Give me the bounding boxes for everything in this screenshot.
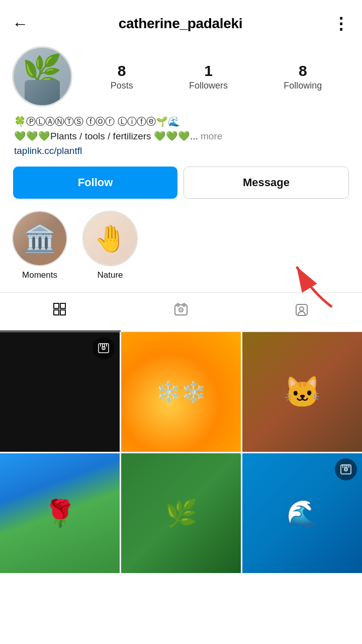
more-options-button[interactable]: ⋮ — [333, 14, 350, 33]
grid-post-1[interactable] — [0, 332, 120, 452]
bio-link[interactable]: taplink.cc/plantfl — [14, 145, 348, 156]
svg-point-11 — [300, 307, 304, 311]
header: ← catherine_padaleki ⋮ — [0, 0, 362, 41]
bio-line2: 💚💚💚Plants / tools / fertilizers 💚💚💚... m… — [14, 129, 348, 144]
reels-badge-1 — [93, 337, 115, 359]
tab-reels[interactable] — [121, 293, 241, 332]
svg-point-14 — [103, 348, 104, 349]
posts-count: 8 — [118, 62, 126, 79]
avatar-image — [14, 48, 71, 105]
follow-button[interactable]: Follow — [13, 167, 177, 199]
following-count: 8 — [299, 62, 307, 79]
stat-followers[interactable]: 1 Followers — [189, 62, 228, 91]
grid-post-3[interactable] — [242, 332, 362, 452]
posts-grid — [0, 332, 362, 573]
posts-label: Posts — [111, 80, 133, 91]
highlight-moments-circle: 🏛️ — [12, 211, 67, 266]
highlight-nature-circle: 🤚 — [82, 211, 138, 266]
tab-bar — [0, 292, 362, 332]
tab-grid[interactable] — [0, 293, 121, 332]
highlight-nature-label: Nature — [97, 270, 123, 280]
post-image-3 — [242, 332, 362, 452]
highlight-moments[interactable]: 🏛️ Moments — [12, 211, 67, 280]
stat-following[interactable]: 8 Following — [284, 62, 322, 91]
reels-badge-6 — [335, 458, 357, 480]
highlight-nature-image: 🤚 — [83, 212, 137, 265]
grid-post-4[interactable] — [0, 453, 120, 573]
svg-rect-1 — [54, 303, 59, 308]
followers-label: Followers — [189, 80, 228, 91]
highlight-nature[interactable]: 🤚 Nature — [82, 211, 138, 280]
grid-post-6[interactable] — [242, 453, 362, 573]
stat-posts: 8 Posts — [111, 62, 133, 91]
highlight-moments-image: 🏛️ — [13, 212, 66, 265]
grid-icon — [53, 303, 67, 320]
highlight-moments-label: Moments — [22, 270, 57, 280]
svg-rect-3 — [54, 310, 59, 315]
message-button[interactable]: Message — [184, 167, 349, 199]
username-header: catherine_padaleki — [119, 16, 243, 32]
post-image-4 — [0, 453, 120, 573]
post-image-5 — [121, 453, 241, 573]
back-button[interactable]: ← — [12, 15, 28, 33]
followers-count: 1 — [204, 62, 213, 79]
grid-post-5[interactable] — [121, 453, 241, 573]
post-image-2 — [121, 332, 241, 452]
following-label: Following — [284, 80, 322, 91]
tab-tagged[interactable] — [241, 293, 362, 332]
stats-row: 8 Posts 1 Followers 8 Following — [82, 62, 350, 91]
profile-section: 8 Posts 1 Followers 8 Following 🍀ⓅⓁⒶⓃⓉⓈ … — [0, 41, 362, 199]
svg-rect-10 — [296, 304, 307, 315]
bio-more[interactable]: more — [198, 131, 223, 141]
grid-post-2[interactable] — [121, 332, 241, 452]
bio-text-main: 💚💚💚Plants / tools / fertilizers 💚💚💚... — [14, 131, 198, 141]
svg-point-9 — [180, 309, 182, 311]
svg-rect-4 — [60, 310, 65, 315]
bio-line1: 🍀ⓅⓁⒶⓃⓉⓈ ⓕⓞⓡ Ⓛⓘⓕⓔ🌱🌊 — [14, 115, 348, 129]
reels-icon — [174, 303, 188, 320]
profile-top: 8 Posts 1 Followers 8 Following — [12, 46, 350, 107]
svg-rect-2 — [60, 303, 65, 308]
bio-section: 🍀ⓅⓁⒶⓃⓉⓈ ⓕⓞⓡ Ⓛⓘⓕⓔ🌱🌊 💚💚💚Plants / tools / f… — [12, 115, 350, 156]
highlights-section: 🏛️ Moments 🤚 Nature — [0, 199, 362, 288]
action-buttons: Follow Message — [12, 167, 350, 199]
avatar[interactable] — [12, 46, 72, 107]
svg-point-21 — [345, 469, 346, 470]
tagged-icon — [295, 303, 309, 320]
